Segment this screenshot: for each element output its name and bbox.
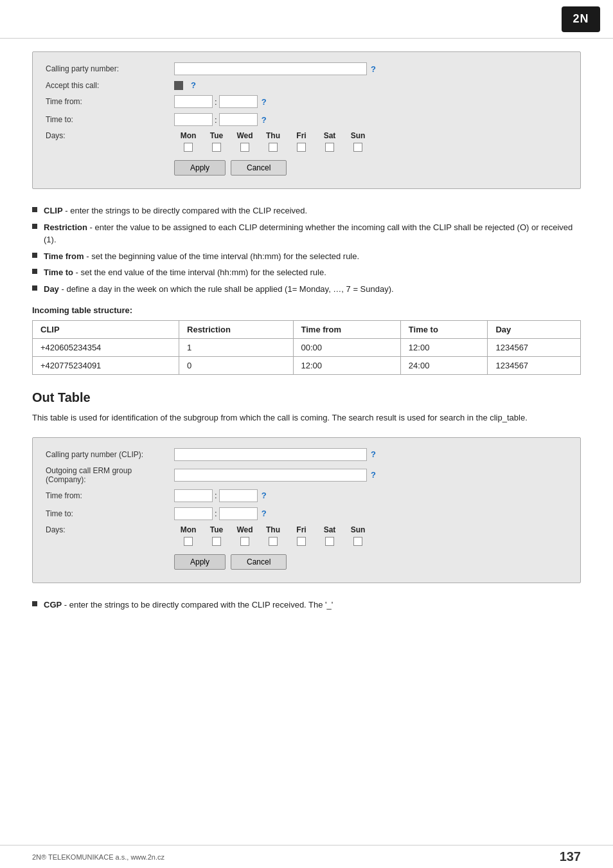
checkbox-sun-1[interactable] — [353, 143, 362, 152]
checkbox-sat-1[interactable] — [325, 143, 334, 152]
days-checkboxes-row-2 — [46, 537, 567, 548]
checkbox-thu-2[interactable] — [269, 537, 278, 546]
label-accept-call: Accept this call: — [46, 81, 174, 90]
bullet-square-time-to — [32, 269, 37, 274]
table-row: +420775234091 0 12:00 24:00 1234567 — [33, 357, 581, 375]
control-calling-party-clip: ? — [174, 448, 567, 461]
td-clip-1: +420605234354 — [33, 339, 179, 357]
td-restriction-1: 1 — [179, 339, 293, 357]
td-time-to-1: 12:00 — [400, 339, 488, 357]
cancel-button-2[interactable]: Cancel — [231, 554, 287, 570]
day-header-tue-2: Tue — [202, 525, 231, 534]
checkbox-sat-2[interactable] — [325, 537, 334, 546]
bullet-text-restriction: Restriction - enter the value to be assi… — [44, 221, 581, 246]
help-icon-erm-group[interactable]: ? — [371, 470, 376, 480]
page-footer: 2N® TELEKOMUNIKACE a.s., www.2n.cz 137 — [0, 845, 613, 868]
checkbox-mon-2[interactable] — [184, 537, 193, 546]
bullet-clip: CLIP - enter the strings to be directly … — [32, 204, 581, 217]
th-time-to: Time to — [400, 321, 488, 339]
page-number: 137 — [560, 849, 581, 864]
td-time-from-1: 00:00 — [293, 339, 400, 357]
day-header-sat-1: Sat — [315, 131, 344, 140]
control-time-from-2: : ? — [174, 489, 567, 502]
day-header-thu-1: Thu — [259, 131, 287, 140]
th-time-from: Time from — [293, 321, 400, 339]
day-cb-mon-2 — [174, 537, 202, 548]
bullet-list-2: CGP - enter the strings to be directly c… — [32, 599, 581, 611]
help-icon-calling-party-clip[interactable]: ? — [371, 449, 376, 459]
input-time-from-h[interactable] — [174, 95, 213, 108]
checkbox-thu-1[interactable] — [269, 143, 278, 152]
checkbox-sun-2[interactable] — [353, 537, 362, 546]
days-checkboxes-row-1 — [46, 143, 567, 154]
label-time-to-2: Time to: — [46, 509, 174, 518]
input-time-to-h[interactable] — [174, 113, 213, 126]
form-card-1: Calling party number: ? Accept this call… — [32, 51, 581, 189]
help-icon-time-to[interactable]: ? — [262, 115, 267, 125]
control-erm-group: ? — [174, 469, 567, 482]
input-erm-group[interactable] — [174, 469, 367, 482]
input-time-from-h-2[interactable] — [174, 489, 213, 502]
day-cb-thu-1 — [259, 143, 287, 154]
input-time-from-m[interactable] — [219, 95, 258, 108]
day-cb-tue-1 — [202, 143, 231, 154]
checkbox-fri-1[interactable] — [297, 143, 306, 152]
day-header-fri-1: Fri — [287, 131, 315, 140]
help-icon-time-to-2[interactable]: ? — [262, 509, 267, 518]
checkbox-wed-2[interactable] — [240, 537, 249, 546]
out-table-heading: Out Table — [32, 390, 581, 405]
input-time-to-h-2[interactable] — [174, 507, 213, 520]
checkbox-mon-1[interactable] — [184, 143, 193, 152]
bullet-time-from: Time from - set the beginning value of t… — [32, 250, 581, 263]
bullet-time-to: Time to - set the end value of the time … — [32, 266, 581, 279]
top-bar: 2N — [0, 0, 613, 39]
day-header-tue-1: Tue — [202, 131, 231, 140]
day-header-sat-2: Sat — [315, 525, 344, 534]
day-cb-sat-2 — [315, 537, 344, 548]
input-calling-party[interactable] — [174, 62, 367, 75]
input-time-to-m-2[interactable] — [219, 507, 258, 520]
cancel-button-1[interactable]: Cancel — [231, 160, 287, 176]
td-time-from-2: 12:00 — [293, 357, 400, 375]
help-icon-accept-call[interactable]: ? — [191, 80, 196, 90]
bullet-text-day: Day - define a day in the week on which … — [44, 283, 394, 296]
bullet-list-1: CLIP - enter the strings to be directly … — [32, 204, 581, 295]
day-cb-thu-2 — [259, 537, 287, 548]
label-days-2: Days: — [46, 525, 174, 534]
bullet-square-time-from — [32, 253, 37, 258]
row-time-to-2: Time to: : ? — [46, 507, 567, 520]
row-erm-group: Outgoing call ERM group (Company): ? — [46, 466, 567, 484]
apply-button-1[interactable]: Apply — [174, 160, 226, 176]
label-erm-group: Outgoing call ERM group (Company): — [46, 466, 174, 484]
day-cb-sun-2 — [344, 537, 372, 548]
row-time-from-2: Time from: : ? — [46, 489, 567, 502]
control-accept-call: ? — [174, 80, 567, 90]
day-cb-mon-1 — [174, 143, 202, 154]
logo: 2N — [562, 6, 600, 32]
checkbox-fri-2[interactable] — [297, 537, 306, 546]
label-calling-party-clip: Calling party number (CLIP): — [46, 450, 174, 459]
control-time-from: : ? — [174, 95, 567, 108]
help-icon-time-from-2[interactable]: ? — [262, 491, 267, 500]
input-time-to-m[interactable] — [219, 113, 258, 126]
page-content: Calling party number: ? Accept this call… — [0, 39, 613, 647]
th-restriction: Restriction — [179, 321, 293, 339]
input-calling-party-clip[interactable] — [174, 448, 367, 461]
bullet-square-clip — [32, 207, 37, 212]
day-header-sun-1: Sun — [344, 131, 372, 140]
day-cb-sat-1 — [315, 143, 344, 154]
colon-time-to: : — [215, 115, 217, 125]
help-icon-time-from[interactable]: ? — [262, 97, 267, 107]
checkbox-wed-1[interactable] — [240, 143, 249, 152]
label-time-from-2: Time from: — [46, 491, 174, 500]
apply-button-2[interactable]: Apply — [174, 554, 226, 570]
checkbox-tue-1[interactable] — [212, 143, 221, 152]
help-icon-calling-party[interactable]: ? — [371, 64, 376, 74]
td-restriction-2: 0 — [179, 357, 293, 375]
checkbox-accept-call[interactable] — [174, 81, 183, 90]
input-time-from-m-2[interactable] — [219, 489, 258, 502]
control-calling-party: ? — [174, 62, 567, 75]
checkbox-tue-2[interactable] — [212, 537, 221, 546]
table-row: +420605234354 1 00:00 12:00 1234567 — [33, 339, 581, 357]
days-header-row-2: Days: Mon Tue Wed Thu Fri Sat Sun — [46, 525, 567, 534]
